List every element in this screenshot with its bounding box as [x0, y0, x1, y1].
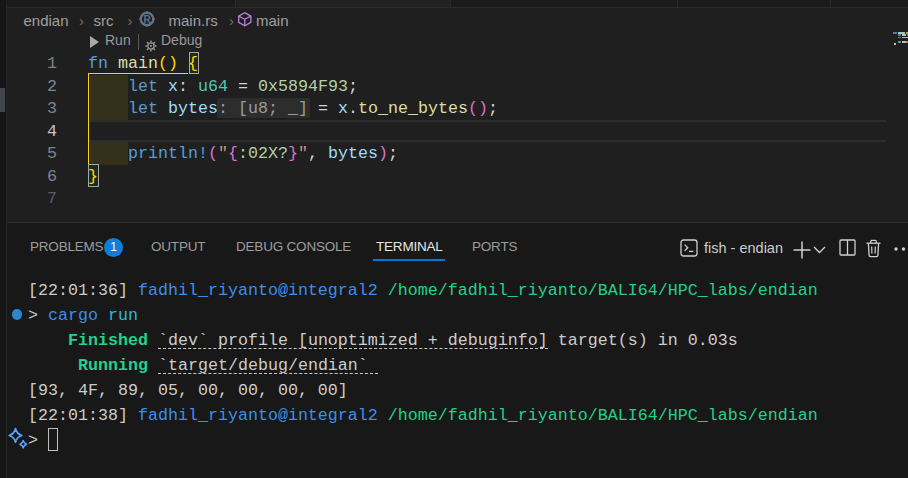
- svg-text:R: R: [143, 14, 151, 25]
